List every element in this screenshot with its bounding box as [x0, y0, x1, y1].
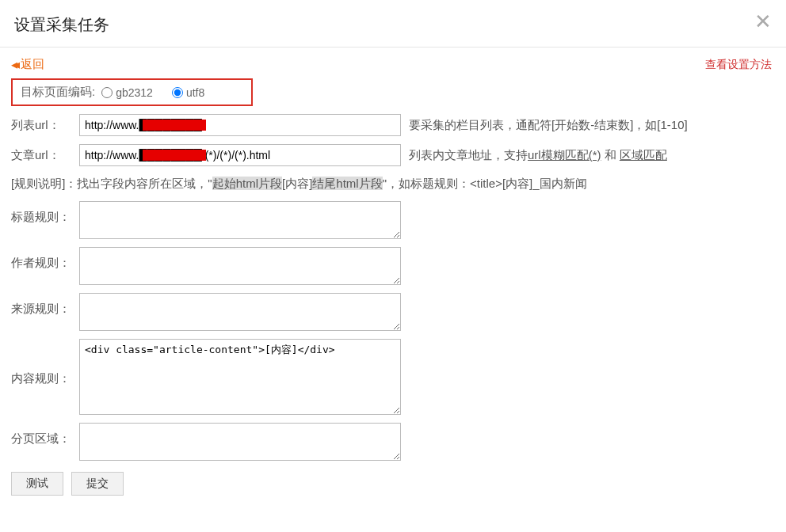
- content-rule-input[interactable]: [79, 339, 401, 415]
- radio-gb2312[interactable]: [101, 87, 113, 98]
- back-arrows-icon: ◂◂: [11, 57, 16, 72]
- encoding-option-utf8[interactable]: utf8: [172, 86, 204, 99]
- source-rule-input[interactable]: [79, 293, 401, 331]
- encoding-option-gb2312[interactable]: gb2312: [101, 86, 153, 99]
- encoding-radio-group: gb2312 utf8: [101, 86, 204, 99]
- back-label: 返回: [21, 57, 44, 72]
- article-url-row: 文章url： 列表内文章地址，支持url模糊匹配(*) 和 区域匹配: [11, 144, 775, 166]
- submit-button[interactable]: 提交: [71, 472, 124, 496]
- encoding-label: 目标页面编码:: [21, 85, 95, 100]
- content-rule-row: 内容规则：: [11, 339, 775, 415]
- encoding-box: 目标页面编码: gb2312 utf8: [11, 78, 253, 106]
- title-rule-input[interactable]: [79, 201, 401, 239]
- list-url-label: 列表url：: [11, 114, 79, 136]
- source-rule-row: 来源规则：: [11, 293, 775, 331]
- title-rule-row: 标题规则：: [11, 201, 775, 239]
- source-rule-label: 来源规则：: [11, 293, 79, 320]
- page-rule-label: 分页区域：: [11, 423, 79, 450]
- title-rule-label: 标题规则：: [11, 201, 79, 228]
- radio-gb2312-label: gb2312: [116, 86, 153, 99]
- content-rule-label: 内容规则：: [11, 339, 79, 390]
- form-body: 列表url： 要采集的栏目列表，通配符[开始数-结束数]，如[1-10] 文章u…: [0, 114, 786, 461]
- radio-utf8[interactable]: [172, 87, 183, 98]
- test-button[interactable]: 测试: [11, 472, 63, 496]
- article-url-input[interactable]: [79, 144, 401, 166]
- article-url-hint: 列表内文章地址，支持url模糊匹配(*) 和 区域匹配: [409, 144, 667, 166]
- author-rule-row: 作者规则：: [11, 247, 775, 285]
- url-fuzzy-link[interactable]: url模糊匹配(*): [528, 148, 601, 162]
- rule-description: [规则说明]：找出字段内容所在区域，"起始html片段[内容]结尾html片段"…: [11, 174, 775, 193]
- page-rule-input[interactable]: [79, 423, 401, 461]
- list-url-input[interactable]: [79, 114, 401, 136]
- top-row: ◂◂ 返回 查看设置方法: [0, 48, 786, 77]
- author-rule-label: 作者规则：: [11, 247, 79, 274]
- close-icon[interactable]: ✕: [754, 11, 772, 32]
- region-match-link[interactable]: 区域匹配: [620, 148, 667, 162]
- dialog-title: 设置采集任务: [14, 14, 772, 36]
- list-url-hint: 要采集的栏目列表，通配符[开始数-结束数]，如[1-10]: [409, 114, 688, 136]
- dialog-header: 设置采集任务 ✕: [0, 0, 786, 48]
- back-button[interactable]: ◂◂ 返回: [11, 57, 44, 72]
- author-rule-input[interactable]: [79, 247, 401, 285]
- list-url-row: 列表url： 要采集的栏目列表，通配符[开始数-结束数]，如[1-10]: [11, 114, 775, 136]
- page-rule-row: 分页区域：: [11, 423, 775, 461]
- button-row: 测试 提交: [0, 469, 786, 507]
- view-method-link[interactable]: 查看设置方法: [705, 58, 772, 72]
- article-url-label: 文章url：: [11, 144, 79, 166]
- radio-utf8-label: utf8: [186, 86, 204, 99]
